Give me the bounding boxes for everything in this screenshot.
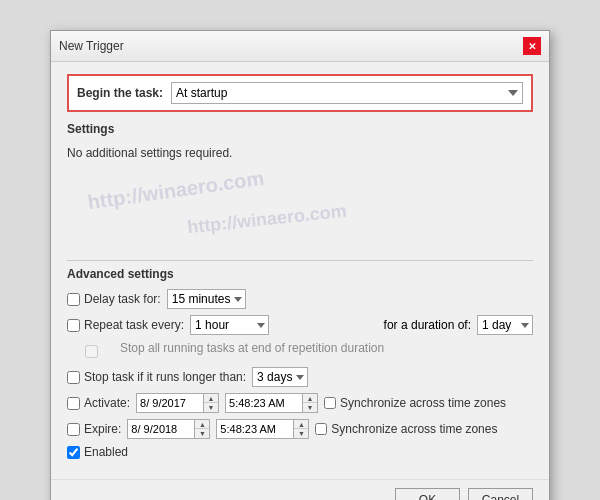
activate-time-up[interactable]: ▲ (303, 394, 317, 403)
dialog-body: Begin the task: At startup On a schedule… (51, 62, 549, 475)
activate-date-up[interactable]: ▲ (204, 394, 218, 403)
divider (67, 260, 533, 261)
settings-section: Settings No additional settings required… (67, 122, 533, 166)
expire-time-up[interactable]: ▲ (294, 420, 308, 429)
stop-running-checkbox (85, 345, 98, 358)
activate-label: Activate: (67, 396, 130, 410)
activate-date-spinner: ▲ ▼ (203, 393, 219, 413)
for-duration-label: for a duration of: (384, 318, 471, 332)
activate-time-down[interactable]: ▼ (303, 403, 317, 412)
enabled-label: Enabled (84, 445, 128, 459)
expire-time-down[interactable]: ▼ (294, 429, 308, 438)
cancel-button[interactable]: Cancel (468, 488, 533, 500)
delay-row: Delay task for: 15 minutes 30 minutes 1 … (67, 289, 533, 309)
sync1-label: Synchronize across time zones (324, 396, 506, 410)
activate-checkbox[interactable] (67, 397, 80, 410)
expire-date-down[interactable]: ▼ (195, 429, 209, 438)
watermark-mid2: http://winaero.com (186, 201, 347, 239)
stop-longer-label: Stop task if it runs longer than: (67, 370, 246, 384)
expire-time-spinner: ▲ ▼ (293, 419, 309, 439)
stop-running-label: Stop all running tasks at end of repetit… (120, 341, 384, 355)
dialog-titlebar: New Trigger ✕ (51, 31, 549, 62)
expire-date-spinner: ▲ ▼ (194, 419, 210, 439)
activate-date-down[interactable]: ▼ (204, 403, 218, 412)
delay-label: Delay task for: (67, 292, 161, 306)
settings-heading: Settings (67, 122, 533, 136)
expire-checkbox[interactable] (67, 423, 80, 436)
repeat-row: Repeat task every: 1 hour 30 minutes 2 h… (67, 315, 533, 335)
activate-time-group: ▲ ▼ (225, 393, 318, 413)
begin-task-select[interactable]: At startup On a schedule At log on At id… (171, 82, 523, 104)
repeat-label: Repeat task every: (67, 318, 184, 332)
activate-row: Activate: ▲ ▼ ▲ ▼ (67, 393, 533, 413)
new-trigger-dialog: New Trigger ✕ Begin the task: At startup… (50, 30, 550, 500)
stop-longer-checkbox[interactable] (67, 371, 80, 384)
stop-longer-row: Stop task if it runs longer than: 3 days… (67, 367, 533, 387)
delay-select[interactable]: 15 minutes 30 minutes 1 hour (167, 289, 246, 309)
expire-date-input[interactable] (127, 419, 195, 439)
delay-checkbox[interactable] (67, 293, 80, 306)
dialog-title: New Trigger (59, 39, 124, 53)
expire-date-up[interactable]: ▲ (195, 420, 209, 429)
expire-date-group: ▲ ▼ (127, 419, 210, 439)
ok-button[interactable]: OK (395, 488, 460, 500)
dialog-footer: OK Cancel (51, 479, 549, 500)
sync1-checkbox[interactable] (324, 397, 336, 409)
activate-time-input[interactable] (225, 393, 303, 413)
watermark-mid1: http://winaero.com (86, 167, 265, 215)
expire-time-group: ▲ ▼ (216, 419, 309, 439)
stop-longer-select[interactable]: 3 days 1 day 1 hour (252, 367, 308, 387)
close-button[interactable]: ✕ (523, 37, 541, 55)
begin-task-label: Begin the task: (77, 86, 163, 100)
sync2-label: Synchronize across time zones (315, 422, 497, 436)
duration-select[interactable]: 1 day 2 days 1 hour (477, 315, 533, 335)
activate-time-spinner: ▲ ▼ (302, 393, 318, 413)
watermark-area: http://winaero.com http://winaero.com (67, 174, 533, 254)
repeat-select[interactable]: 1 hour 30 minutes 2 hours (190, 315, 269, 335)
no-additional-text: No additional settings required. (67, 140, 533, 166)
activate-date-group: ▲ ▼ (136, 393, 219, 413)
for-duration-group: for a duration of: 1 day 2 days 1 hour (384, 315, 533, 335)
expire-label: Expire: (67, 422, 121, 436)
repeat-checkbox[interactable] (67, 319, 80, 332)
stop-running-row: Stop all running tasks at end of repetit… (85, 341, 533, 361)
activate-date-input[interactable] (136, 393, 204, 413)
advanced-section: Advanced settings Delay task for: 15 min… (67, 267, 533, 459)
enabled-checkbox[interactable] (67, 446, 80, 459)
enabled-row: Enabled (67, 445, 533, 459)
begin-task-row: Begin the task: At startup On a schedule… (67, 74, 533, 112)
advanced-heading: Advanced settings (67, 267, 533, 281)
sync2-checkbox[interactable] (315, 423, 327, 435)
expire-time-input[interactable] (216, 419, 294, 439)
expire-row: Expire: ▲ ▼ ▲ ▼ (67, 419, 533, 439)
